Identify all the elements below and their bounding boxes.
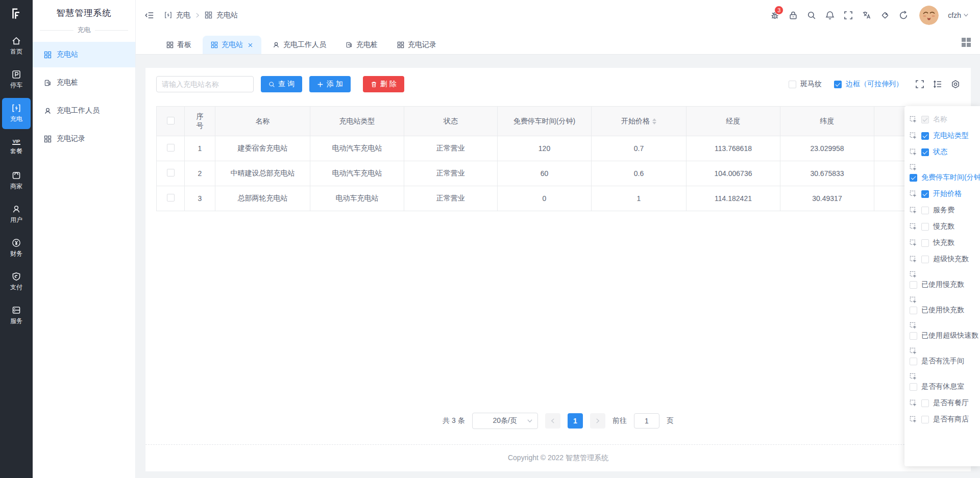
column-drag-handle[interactable] xyxy=(910,164,917,171)
lock-icon[interactable] xyxy=(789,11,798,20)
column-checkbox[interactable] xyxy=(910,174,917,182)
column-drag-handle[interactable] xyxy=(910,223,917,231)
column-checkbox[interactable] xyxy=(921,207,929,214)
column-drag-handle[interactable] xyxy=(910,347,917,355)
query-button[interactable]: 查 询 xyxy=(261,76,302,92)
column-settings-gear-icon[interactable] xyxy=(951,80,960,89)
column-toggle[interactable]: 是否有洗手间 xyxy=(910,357,964,366)
tab-dashboard[interactable]: 看板 xyxy=(158,36,200,54)
tab-options-button[interactable] xyxy=(962,38,972,48)
column-drag-handle[interactable] xyxy=(910,239,917,247)
column-drag-handle[interactable] xyxy=(910,148,917,156)
tab-stations[interactable]: 充电站 xyxy=(203,36,261,54)
sidebar-item-stations[interactable]: 充电站 xyxy=(33,42,135,67)
rail-item-payment[interactable]: 支付 xyxy=(2,266,31,297)
tab-records[interactable]: 充电记录 xyxy=(389,36,445,54)
column-toggle[interactable]: 免费停车时间(分钟) xyxy=(910,173,980,182)
app-logo[interactable] xyxy=(0,0,33,28)
column-checkbox[interactable] xyxy=(921,256,929,263)
row-checkbox[interactable] xyxy=(167,194,175,202)
refresh-icon[interactable] xyxy=(899,11,908,20)
translate-icon[interactable] xyxy=(862,11,871,20)
collapse-sidebar-icon[interactable] xyxy=(145,11,154,20)
column-toggle[interactable]: 是否有商店 xyxy=(921,415,969,424)
column-drag-handle[interactable] xyxy=(910,296,917,304)
column-toggle[interactable]: 超级快充数 xyxy=(921,255,969,264)
column-toggle[interactable]: 已使用超级快速数 xyxy=(910,331,978,340)
column-checkbox[interactable] xyxy=(910,307,917,314)
column-checkbox[interactable] xyxy=(921,223,929,231)
rail-item-charging[interactable]: 充电 xyxy=(2,98,31,129)
column-checkbox[interactable] xyxy=(910,281,917,289)
bell-icon[interactable] xyxy=(825,11,835,20)
column-toggle[interactable]: 服务费 xyxy=(921,206,954,215)
row-checkbox[interactable] xyxy=(167,144,175,152)
column-toggle[interactable]: 慢充数 xyxy=(921,222,954,231)
search-input[interactable] xyxy=(156,76,254,92)
search-icon[interactable] xyxy=(807,11,816,20)
column-drag-handle[interactable] xyxy=(910,399,917,407)
rail-item-package[interactable]: VIP套餐 xyxy=(2,132,31,163)
border-checkbox[interactable] xyxy=(834,81,842,88)
column-toggle[interactable]: 快充数 xyxy=(921,238,954,247)
column-drag-handle[interactable] xyxy=(910,132,917,140)
column-drag-handle[interactable] xyxy=(910,416,917,423)
column-toggle[interactable]: 名称 xyxy=(921,115,947,124)
debug-button[interactable]: 3 xyxy=(770,11,779,20)
sidebar-item-workers[interactable]: 充电工作人员 xyxy=(33,98,135,123)
column-toggle[interactable]: 已使用快充数 xyxy=(910,306,964,315)
next-page-button[interactable] xyxy=(590,413,605,429)
prev-page-button[interactable] xyxy=(545,413,560,429)
fullscreen-icon[interactable] xyxy=(844,11,853,20)
column-drag-handle[interactable] xyxy=(910,322,917,330)
rail-item-parking[interactable]: 停车 xyxy=(2,64,31,95)
goto-page-input[interactable] xyxy=(634,413,659,429)
column-toggle[interactable]: 是否有餐厅 xyxy=(921,398,969,408)
column-drag-handle[interactable] xyxy=(910,256,917,263)
column-drag-handle[interactable] xyxy=(910,207,917,214)
zebra-toggle[interactable]: 斑马纹 xyxy=(789,80,822,89)
sidebar-item-records[interactable]: 充电记录 xyxy=(33,126,135,152)
tab-piles[interactable]: 充电桩 xyxy=(337,36,386,54)
rail-item-service[interactable]: 服务 xyxy=(2,300,31,331)
rail-item-home[interactable]: 首页 xyxy=(2,31,31,62)
user-menu[interactable]: cfzh xyxy=(948,11,969,19)
table-fullscreen-icon[interactable] xyxy=(915,80,924,89)
column-drag-handle[interactable] xyxy=(910,373,917,381)
row-height-icon[interactable] xyxy=(933,80,942,89)
sort-carets-icon[interactable] xyxy=(652,118,656,124)
page-size-select[interactable]: 20条/页 xyxy=(472,413,538,429)
column-toggle[interactable]: 充电站类型 xyxy=(921,131,969,140)
column-toggle[interactable]: 已使用慢充数 xyxy=(910,280,964,289)
column-checkbox[interactable] xyxy=(921,148,929,156)
theme-tag-icon[interactable] xyxy=(880,11,890,20)
rail-item-user[interactable]: 用户 xyxy=(2,199,31,230)
delete-button[interactable]: 删 除 xyxy=(363,76,404,92)
column-checkbox[interactable] xyxy=(910,358,917,365)
select-all-checkbox[interactable] xyxy=(167,117,175,124)
column-toggle[interactable]: 开始价格 xyxy=(921,189,962,198)
avatar[interactable] xyxy=(919,6,939,25)
column-checkbox[interactable] xyxy=(921,399,929,407)
add-button[interactable]: 添 加 xyxy=(309,76,351,92)
column-checkbox[interactable] xyxy=(910,383,917,391)
column-toggle[interactable]: 状态 xyxy=(921,147,947,157)
column-checkbox[interactable] xyxy=(921,190,929,198)
breadcrumb-item[interactable]: 充电 xyxy=(176,11,190,20)
column-checkbox[interactable] xyxy=(921,416,929,423)
tab-workers[interactable]: 充电工作人员 xyxy=(264,36,334,54)
column-drag-handle[interactable] xyxy=(910,271,917,279)
border-toggle[interactable]: 边框（可拉伸列） xyxy=(834,80,903,89)
zebra-checkbox[interactable] xyxy=(789,81,796,88)
close-tab-icon[interactable] xyxy=(248,42,253,48)
column-checkbox[interactable] xyxy=(921,116,929,123)
column-checkbox[interactable] xyxy=(921,239,929,247)
column-drag-handle[interactable] xyxy=(910,116,917,123)
row-checkbox[interactable] xyxy=(167,169,175,177)
column-checkbox[interactable] xyxy=(910,332,917,340)
current-page-button[interactable]: 1 xyxy=(568,413,583,429)
rail-item-merchant[interactable]: 商家 xyxy=(2,165,31,196)
column-drag-handle[interactable] xyxy=(910,190,917,198)
sidebar-item-piles[interactable]: 充电桩 xyxy=(33,70,135,95)
column-toggle[interactable]: 是否有休息室 xyxy=(910,382,964,391)
